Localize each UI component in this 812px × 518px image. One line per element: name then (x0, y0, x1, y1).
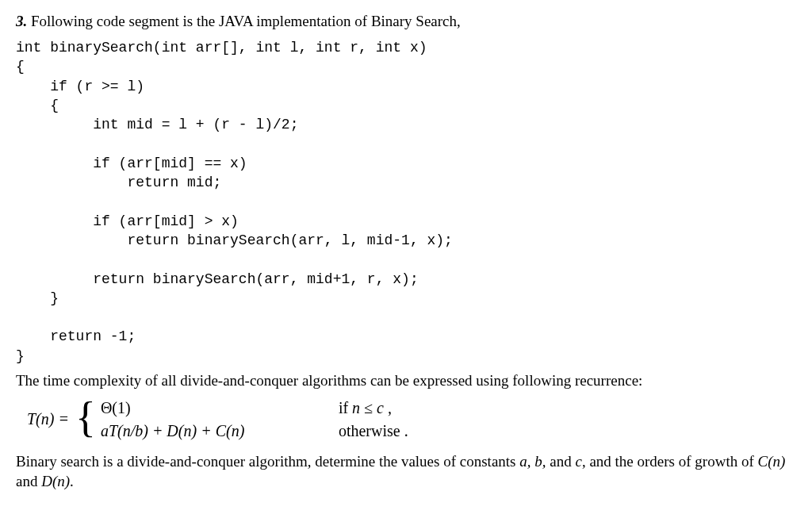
final-var-c: c (575, 453, 581, 470)
final-dn: D(n) (41, 473, 70, 489)
final-question: Binary search is a divide-and-conquer al… (16, 451, 796, 492)
case-row-1: Θ(1) if n ≤ c , (101, 399, 408, 417)
case2-left: aT(n/b) + D(n) + C(n) (101, 422, 315, 440)
question-header: 3. Following code segment is the JAVA im… (16, 13, 796, 30)
final-and2: and (16, 473, 41, 489)
case-row-2: aT(n/b) + D(n) + C(n) otherwise . (101, 422, 408, 440)
final-and: and (546, 453, 576, 470)
question-number: 3. (16, 13, 27, 29)
brace-icon: { (75, 401, 96, 435)
explanation-intro: The time complexity of all divide-and-co… (16, 370, 796, 391)
case1-if: if (339, 399, 352, 416)
question-header-text: Following code segment is the JAVA imple… (31, 13, 461, 29)
case1-right: if n ≤ c , (339, 399, 392, 417)
case2-right: otherwise . (339, 422, 408, 440)
final-cn: C(n) (757, 453, 785, 470)
final-part1: Binary search is a divide-and-conquer al… (16, 453, 519, 470)
case1-left: Θ(1) (101, 399, 315, 417)
final-period: . (70, 473, 74, 489)
recurrence-formula: T(n) = { Θ(1) if n ≤ c , aT(n/b) + D(n) … (27, 399, 796, 440)
case1-cond: n ≤ c , (352, 399, 392, 416)
code-block: int binarySearch(int arr[], int l, int r… (16, 38, 796, 366)
recurrence-lhs: T(n) = (27, 410, 69, 428)
final-vars-ab: a, b, (519, 453, 546, 470)
final-part2: , and the orders of growth of (582, 453, 758, 470)
recurrence-cases: Θ(1) if n ≤ c , aT(n/b) + D(n) + C(n) ot… (101, 399, 408, 440)
